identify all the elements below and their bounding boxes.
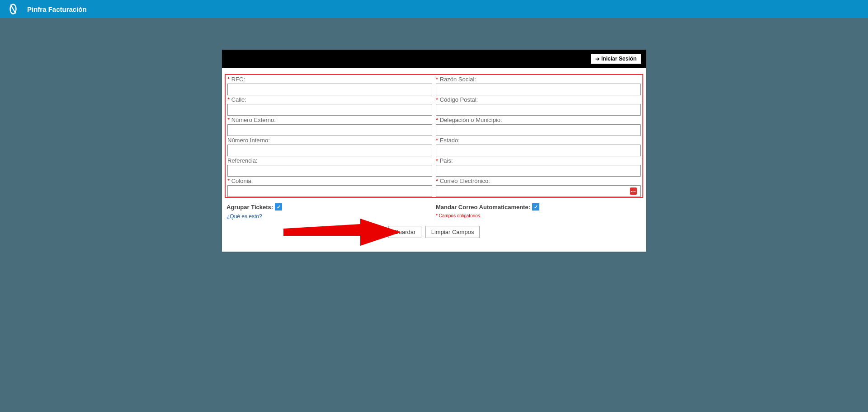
- app-title: Pinfra Facturación: [27, 5, 87, 13]
- signin-arrow-icon: ➔: [595, 56, 599, 62]
- rfc-input[interactable]: [227, 84, 432, 95]
- required-fields-note: * Campos obligatorios.: [436, 213, 642, 218]
- calle-input[interactable]: [227, 104, 432, 116]
- field-label-pais: * Pais:: [436, 157, 641, 164]
- svg-marker-2: [283, 219, 401, 246]
- razon-input[interactable]: [436, 84, 641, 95]
- customer-form: * RFC:* Razón Social:* Calle:* Código Po…: [225, 74, 643, 198]
- field-label-razon: * Razón Social:: [436, 76, 641, 83]
- field-label-colonia: * Colonia:: [227, 178, 432, 184]
- panel-header-bar: ➔ Iniciar Sesión: [222, 50, 646, 68]
- invoice-panel: ➔ Iniciar Sesión * RFC:* Razón Social:* …: [222, 50, 646, 252]
- ref-input[interactable]: [227, 165, 432, 177]
- colonia-input[interactable]: [227, 185, 432, 197]
- mandar-correo-row: Mandar Correo Automaticamente:: [436, 203, 642, 211]
- numext-input[interactable]: [227, 124, 432, 136]
- field-label-rfc: * RFC:: [227, 76, 432, 83]
- correo-input[interactable]: [436, 185, 641, 197]
- deleg-input[interactable]: [436, 124, 641, 136]
- login-button[interactable]: ➔ Iniciar Sesión: [590, 53, 642, 64]
- top-bar: Pinfra Facturación: [0, 0, 868, 18]
- field-label-numext: * Número Externo:: [227, 117, 432, 123]
- password-manager-badge-icon[interactable]: •••: [630, 187, 637, 195]
- login-button-label: Iniciar Sesión: [601, 56, 637, 62]
- form-actions: Guardar Limpiar Campos: [225, 226, 643, 238]
- agrupar-tickets-checkbox[interactable]: [275, 203, 282, 211]
- field-label-cp: * Código Postal:: [436, 96, 641, 103]
- field-label-correo: * Correo Electrónico:: [436, 178, 641, 184]
- field-label-estado: * Estado:: [436, 137, 641, 144]
- brand-logo-icon: [7, 3, 19, 15]
- field-label-deleg: * Delegación o Municipio:: [436, 117, 641, 123]
- field-label-numint: Número Interno:: [227, 137, 432, 144]
- limpiar-button[interactable]: Limpiar Campos: [425, 226, 480, 238]
- help-link[interactable]: ¿Qué es esto?: [226, 213, 432, 220]
- annotation-arrow-icon: [283, 219, 401, 246]
- field-label-calle: * Calle:: [227, 96, 432, 103]
- agrupar-tickets-row: Agrupar Tickets:: [226, 203, 432, 211]
- cp-input[interactable]: [436, 104, 641, 116]
- agrupar-tickets-label: Agrupar Tickets:: [226, 204, 273, 211]
- numint-input[interactable]: [227, 145, 432, 156]
- mandar-correo-checkbox[interactable]: [532, 203, 539, 211]
- estado-input[interactable]: [436, 145, 641, 156]
- mandar-correo-label: Mandar Correo Automaticamente:: [436, 204, 530, 211]
- field-label-ref: Referencia:: [227, 157, 432, 164]
- guardar-button[interactable]: Guardar: [388, 226, 422, 238]
- pais-input[interactable]: [436, 165, 641, 177]
